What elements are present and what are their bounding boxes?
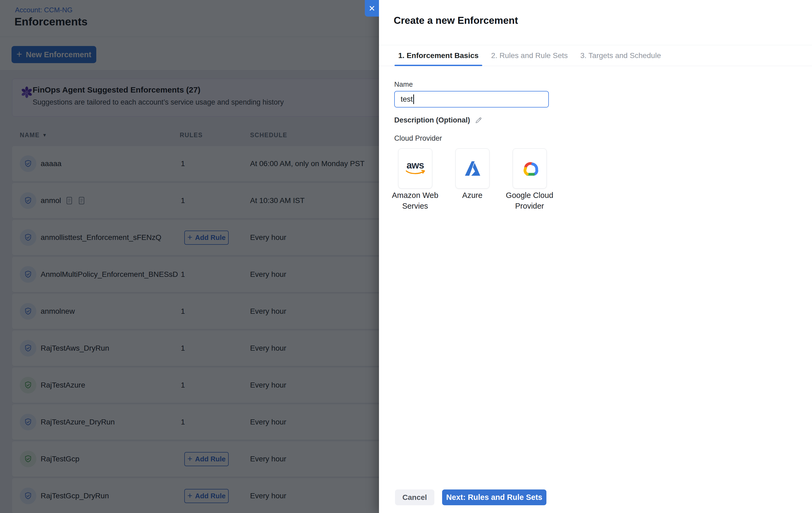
name-input[interactable]: test <box>394 91 549 108</box>
name-label: Name <box>394 80 413 88</box>
tab-rules-and-rule-sets[interactable]: 2. Rules and Rule Sets <box>487 45 571 66</box>
edit-description-icon[interactable] <box>474 116 483 124</box>
gcp-logo-icon <box>519 160 541 177</box>
cloud-provider-label: Cloud Provider <box>394 134 442 143</box>
provider-card-azure[interactable] <box>456 148 489 189</box>
azure-logo-icon <box>463 160 483 178</box>
tab-enforcement-basics[interactable]: 1. Enforcement Basics <box>395 45 482 66</box>
create-enforcement-drawer: ✕ Create a new Enforcement 1. Enforcemen… <box>379 0 812 513</box>
drawer-title: Create a new Enforcement <box>394 15 518 26</box>
close-icon: ✕ <box>369 4 375 13</box>
cancel-button[interactable]: Cancel <box>395 489 434 505</box>
provider-label-gcp: Google Cloud Provider <box>497 190 562 211</box>
next-button[interactable]: Next: Rules and Rule Sets <box>442 489 546 505</box>
name-input-value: test <box>401 95 413 104</box>
aws-logo-icon: aws <box>405 161 426 176</box>
provider-label-azure: Azure <box>440 190 504 201</box>
tab-targets-and-schedule[interactable]: 3. Targets and Schedule <box>577 45 665 66</box>
text-caret <box>413 94 414 104</box>
provider-card-aws[interactable]: aws <box>398 148 432 189</box>
provider-label-aws: Amazon Web Servies <box>383 190 447 211</box>
description-label: Description (Optional) <box>394 116 470 124</box>
wizard-tabs: 1. Enforcement Basics 2. Rules and Rule … <box>379 45 812 66</box>
provider-card-gcp[interactable] <box>513 148 547 189</box>
close-button[interactable]: ✕ <box>365 0 379 17</box>
